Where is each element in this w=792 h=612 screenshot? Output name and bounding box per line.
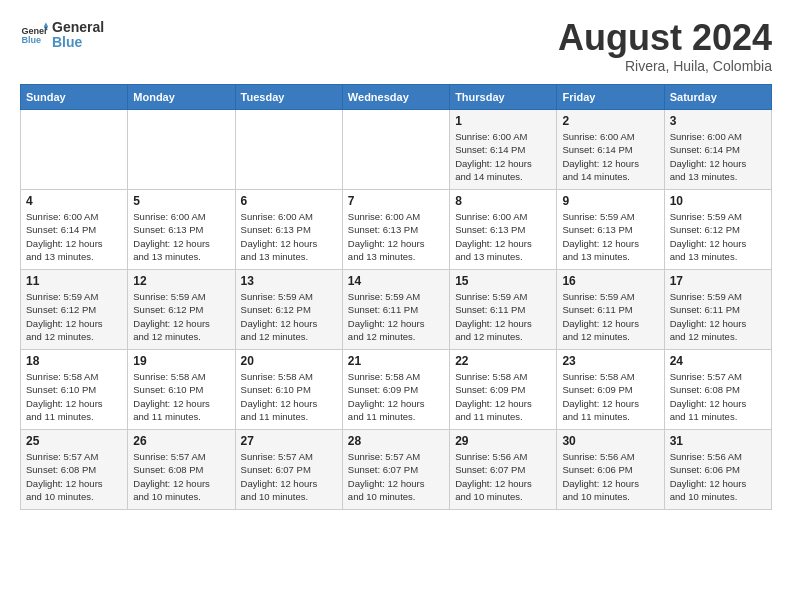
calendar-table: Sunday Monday Tuesday Wednesday Thursday…	[20, 84, 772, 510]
calendar-week-5: 25Sunrise: 5:57 AM Sunset: 6:08 PM Dayli…	[21, 430, 772, 510]
day-number: 25	[26, 434, 122, 448]
calendar-cell: 7Sunrise: 6:00 AM Sunset: 6:13 PM Daylig…	[342, 190, 449, 270]
day-number: 30	[562, 434, 658, 448]
calendar-cell: 21Sunrise: 5:58 AM Sunset: 6:09 PM Dayli…	[342, 350, 449, 430]
day-info: Sunrise: 5:57 AM Sunset: 6:08 PM Dayligh…	[670, 370, 766, 423]
calendar-week-3: 11Sunrise: 5:59 AM Sunset: 6:12 PM Dayli…	[21, 270, 772, 350]
day-info: Sunrise: 5:58 AM Sunset: 6:09 PM Dayligh…	[562, 370, 658, 423]
calendar-cell: 27Sunrise: 5:57 AM Sunset: 6:07 PM Dayli…	[235, 430, 342, 510]
calendar-cell	[342, 110, 449, 190]
day-number: 17	[670, 274, 766, 288]
day-info: Sunrise: 5:56 AM Sunset: 6:07 PM Dayligh…	[455, 450, 551, 503]
day-number: 6	[241, 194, 337, 208]
header-friday: Friday	[557, 85, 664, 110]
day-info: Sunrise: 5:56 AM Sunset: 6:06 PM Dayligh…	[562, 450, 658, 503]
calendar-cell: 12Sunrise: 5:59 AM Sunset: 6:12 PM Dayli…	[128, 270, 235, 350]
day-info: Sunrise: 6:00 AM Sunset: 6:14 PM Dayligh…	[670, 130, 766, 183]
header-tuesday: Tuesday	[235, 85, 342, 110]
svg-text:General: General	[21, 26, 48, 36]
day-number: 31	[670, 434, 766, 448]
calendar-cell: 18Sunrise: 5:58 AM Sunset: 6:10 PM Dayli…	[21, 350, 128, 430]
calendar-week-4: 18Sunrise: 5:58 AM Sunset: 6:10 PM Dayli…	[21, 350, 772, 430]
calendar-cell: 8Sunrise: 6:00 AM Sunset: 6:13 PM Daylig…	[450, 190, 557, 270]
day-info: Sunrise: 5:58 AM Sunset: 6:09 PM Dayligh…	[348, 370, 444, 423]
calendar-cell	[21, 110, 128, 190]
day-info: Sunrise: 5:59 AM Sunset: 6:11 PM Dayligh…	[348, 290, 444, 343]
logo-line2: Blue	[52, 35, 104, 50]
day-info: Sunrise: 5:58 AM Sunset: 6:09 PM Dayligh…	[455, 370, 551, 423]
day-number: 20	[241, 354, 337, 368]
day-info: Sunrise: 5:56 AM Sunset: 6:06 PM Dayligh…	[670, 450, 766, 503]
header-saturday: Saturday	[664, 85, 771, 110]
calendar-cell: 19Sunrise: 5:58 AM Sunset: 6:10 PM Dayli…	[128, 350, 235, 430]
day-info: Sunrise: 5:59 AM Sunset: 6:11 PM Dayligh…	[562, 290, 658, 343]
calendar-cell: 23Sunrise: 5:58 AM Sunset: 6:09 PM Dayli…	[557, 350, 664, 430]
calendar-cell: 16Sunrise: 5:59 AM Sunset: 6:11 PM Dayli…	[557, 270, 664, 350]
calendar-cell: 4Sunrise: 6:00 AM Sunset: 6:14 PM Daylig…	[21, 190, 128, 270]
calendar-cell: 31Sunrise: 5:56 AM Sunset: 6:06 PM Dayli…	[664, 430, 771, 510]
calendar-cell: 20Sunrise: 5:58 AM Sunset: 6:10 PM Dayli…	[235, 350, 342, 430]
calendar-cell: 2Sunrise: 6:00 AM Sunset: 6:14 PM Daylig…	[557, 110, 664, 190]
day-info: Sunrise: 5:58 AM Sunset: 6:10 PM Dayligh…	[241, 370, 337, 423]
calendar-cell: 14Sunrise: 5:59 AM Sunset: 6:11 PM Dayli…	[342, 270, 449, 350]
svg-marker-2	[44, 23, 48, 27]
logo-line1: General	[52, 20, 104, 35]
calendar-cell: 24Sunrise: 5:57 AM Sunset: 6:08 PM Dayli…	[664, 350, 771, 430]
day-info: Sunrise: 5:59 AM Sunset: 6:12 PM Dayligh…	[670, 210, 766, 263]
calendar-cell: 9Sunrise: 5:59 AM Sunset: 6:13 PM Daylig…	[557, 190, 664, 270]
day-number: 7	[348, 194, 444, 208]
day-number: 18	[26, 354, 122, 368]
calendar-cell: 13Sunrise: 5:59 AM Sunset: 6:12 PM Dayli…	[235, 270, 342, 350]
calendar-cell: 11Sunrise: 5:59 AM Sunset: 6:12 PM Dayli…	[21, 270, 128, 350]
day-info: Sunrise: 6:00 AM Sunset: 6:14 PM Dayligh…	[26, 210, 122, 263]
header-sunday: Sunday	[21, 85, 128, 110]
day-info: Sunrise: 5:59 AM Sunset: 6:13 PM Dayligh…	[562, 210, 658, 263]
location-subtitle: Rivera, Huila, Colombia	[558, 58, 772, 74]
header-thursday: Thursday	[450, 85, 557, 110]
calendar-cell: 29Sunrise: 5:56 AM Sunset: 6:07 PM Dayli…	[450, 430, 557, 510]
day-info: Sunrise: 5:59 AM Sunset: 6:11 PM Dayligh…	[455, 290, 551, 343]
calendar-cell: 26Sunrise: 5:57 AM Sunset: 6:08 PM Dayli…	[128, 430, 235, 510]
day-number: 26	[133, 434, 229, 448]
day-number: 22	[455, 354, 551, 368]
day-number: 13	[241, 274, 337, 288]
day-number: 10	[670, 194, 766, 208]
day-info: Sunrise: 5:59 AM Sunset: 6:12 PM Dayligh…	[26, 290, 122, 343]
calendar-header-row: Sunday Monday Tuesday Wednesday Thursday…	[21, 85, 772, 110]
page-header: General Blue General Blue August 2024 Ri…	[20, 20, 772, 74]
day-info: Sunrise: 5:58 AM Sunset: 6:10 PM Dayligh…	[133, 370, 229, 423]
day-info: Sunrise: 6:00 AM Sunset: 6:14 PM Dayligh…	[562, 130, 658, 183]
day-number: 14	[348, 274, 444, 288]
svg-text:Blue: Blue	[21, 36, 41, 46]
calendar-cell: 15Sunrise: 5:59 AM Sunset: 6:11 PM Dayli…	[450, 270, 557, 350]
calendar-cell: 17Sunrise: 5:59 AM Sunset: 6:11 PM Dayli…	[664, 270, 771, 350]
day-number: 1	[455, 114, 551, 128]
calendar-cell: 1Sunrise: 6:00 AM Sunset: 6:14 PM Daylig…	[450, 110, 557, 190]
day-info: Sunrise: 5:57 AM Sunset: 6:07 PM Dayligh…	[348, 450, 444, 503]
day-info: Sunrise: 5:59 AM Sunset: 6:11 PM Dayligh…	[670, 290, 766, 343]
day-number: 12	[133, 274, 229, 288]
header-monday: Monday	[128, 85, 235, 110]
calendar-week-2: 4Sunrise: 6:00 AM Sunset: 6:14 PM Daylig…	[21, 190, 772, 270]
day-number: 23	[562, 354, 658, 368]
calendar-cell: 22Sunrise: 5:58 AM Sunset: 6:09 PM Dayli…	[450, 350, 557, 430]
header-wednesday: Wednesday	[342, 85, 449, 110]
calendar-cell: 30Sunrise: 5:56 AM Sunset: 6:06 PM Dayli…	[557, 430, 664, 510]
day-info: Sunrise: 6:00 AM Sunset: 6:13 PM Dayligh…	[133, 210, 229, 263]
day-info: Sunrise: 5:58 AM Sunset: 6:10 PM Dayligh…	[26, 370, 122, 423]
day-info: Sunrise: 6:00 AM Sunset: 6:14 PM Dayligh…	[455, 130, 551, 183]
calendar-cell: 5Sunrise: 6:00 AM Sunset: 6:13 PM Daylig…	[128, 190, 235, 270]
day-number: 24	[670, 354, 766, 368]
logo-icon: General Blue	[20, 21, 48, 49]
calendar-cell: 6Sunrise: 6:00 AM Sunset: 6:13 PM Daylig…	[235, 190, 342, 270]
day-info: Sunrise: 5:59 AM Sunset: 6:12 PM Dayligh…	[133, 290, 229, 343]
calendar-cell: 3Sunrise: 6:00 AM Sunset: 6:14 PM Daylig…	[664, 110, 771, 190]
calendar-week-1: 1Sunrise: 6:00 AM Sunset: 6:14 PM Daylig…	[21, 110, 772, 190]
day-number: 19	[133, 354, 229, 368]
day-info: Sunrise: 5:57 AM Sunset: 6:07 PM Dayligh…	[241, 450, 337, 503]
calendar-cell	[235, 110, 342, 190]
day-info: Sunrise: 5:57 AM Sunset: 6:08 PM Dayligh…	[26, 450, 122, 503]
day-number: 27	[241, 434, 337, 448]
day-number: 28	[348, 434, 444, 448]
day-number: 21	[348, 354, 444, 368]
